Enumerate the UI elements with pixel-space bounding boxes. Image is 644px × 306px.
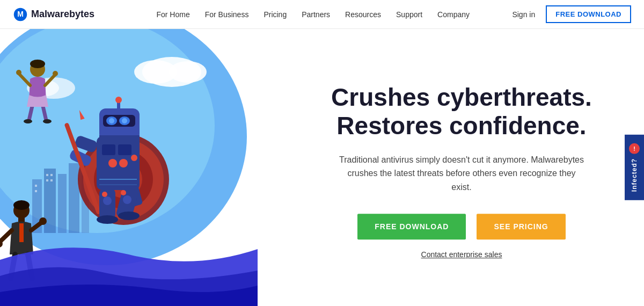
svg-point-47 [109, 118, 114, 123]
svg-point-65 [13, 200, 30, 210]
svg-point-63 [121, 190, 126, 195]
logo-icon: M [13, 7, 28, 22]
svg-point-28 [24, 119, 32, 123]
svg-point-62 [102, 192, 107, 197]
svg-rect-18 [46, 179, 48, 181]
svg-line-68 [0, 230, 12, 243]
nav-partners[interactable]: Partners [302, 10, 330, 19]
svg-rect-12 [69, 163, 79, 233]
hero-buttons: FREE DOWNLOAD SEE PRICING [311, 214, 612, 239]
svg-rect-11 [58, 174, 67, 233]
svg-point-21 [30, 60, 45, 68]
nav-company[interactable]: Company [437, 10, 470, 19]
svg-point-50 [115, 97, 122, 103]
svg-point-39 [119, 159, 128, 167]
nav-support[interactable]: Support [396, 10, 422, 19]
svg-rect-51 [99, 135, 140, 141]
svg-point-61 [123, 195, 131, 204]
svg-point-40 [131, 155, 137, 161]
see-pricing-button[interactable]: SEE PRICING [477, 214, 565, 239]
svg-rect-37 [118, 144, 131, 155]
svg-point-29 [43, 119, 52, 123]
nav-for-home[interactable]: For Home [156, 10, 189, 19]
svg-point-25 [53, 71, 58, 76]
svg-point-58 [97, 215, 118, 224]
svg-rect-19 [50, 179, 53, 181]
infected-sidebar[interactable]: ! Infected? [625, 135, 644, 200]
nav-links: For Home For Business Pricing Partners R… [114, 10, 512, 19]
svg-rect-14 [35, 185, 37, 187]
svg-rect-36 [102, 144, 115, 155]
svg-point-24 [16, 70, 21, 75]
nav-free-download-button[interactable]: FREE DOWNLOAD [546, 5, 631, 23]
svg-text:M: M [17, 10, 24, 18]
hero-illustration [0, 29, 258, 306]
hero-section: Crushes cyberthreats. Restores confidenc… [0, 29, 644, 306]
hero-headline-line1: Crushes cyberthreats. [331, 83, 592, 111]
enterprise-sales-link[interactable]: Contact enterprise sales [311, 250, 612, 259]
svg-rect-16 [46, 174, 48, 176]
hero-headline: Crushes cyberthreats. Restores confidenc… [311, 83, 612, 140]
nav-pricing[interactable]: Pricing [264, 10, 287, 19]
hero-headline-line2: Restores confidence. [336, 112, 586, 140]
nav-right: Sign in FREE DOWNLOAD [512, 5, 631, 23]
svg-rect-35 [97, 136, 140, 190]
hero-content: Crushes cyberthreats. Restores confidenc… [311, 83, 612, 259]
hero-subtext: Traditional antivirus simply doesn't cut… [338, 153, 585, 194]
logo[interactable]: M Malwarebytes [13, 7, 94, 22]
svg-point-60 [103, 196, 112, 205]
navbar: M Malwarebytes For Home For Business Pri… [0, 0, 644, 29]
svg-rect-15 [35, 190, 37, 192]
svg-point-71 [39, 217, 47, 225]
infected-label: Infected? [631, 158, 638, 192]
nav-resources[interactable]: Resources [345, 10, 381, 19]
svg-point-48 [122, 118, 127, 123]
logo-text: Malwarebytes [31, 9, 94, 20]
svg-point-6 [169, 61, 207, 83]
svg-rect-67 [19, 223, 24, 242]
svg-point-59 [118, 212, 140, 220]
signin-link[interactable]: Sign in [512, 10, 535, 19]
nav-for-business[interactable]: For Business [205, 10, 249, 19]
infected-icon: ! [629, 143, 640, 154]
svg-point-38 [108, 159, 117, 167]
free-download-button[interactable]: FREE DOWNLOAD [357, 214, 466, 239]
svg-rect-17 [50, 174, 53, 176]
